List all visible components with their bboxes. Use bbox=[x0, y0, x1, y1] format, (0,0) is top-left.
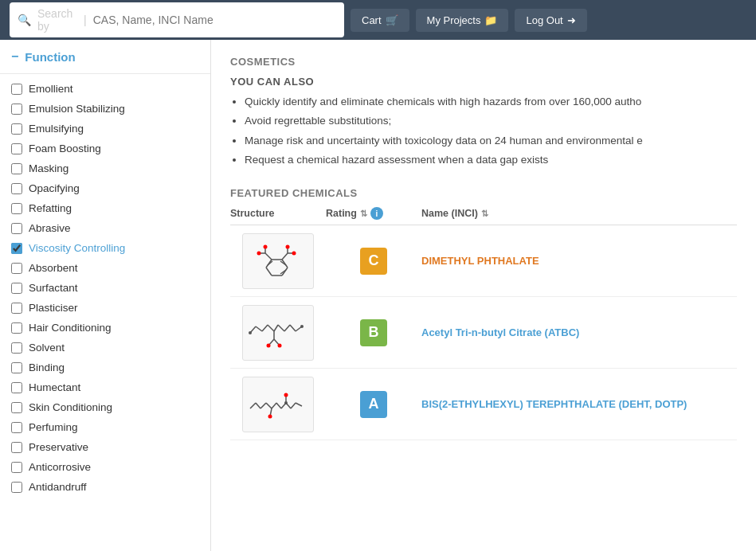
checkbox-viscosity-controlling[interactable] bbox=[11, 243, 22, 254]
filter-item-emulsion-stabilizing[interactable]: Emulsion Stabilizing bbox=[0, 99, 210, 119]
rating-dimethyl-phthalate: C bbox=[326, 248, 421, 275]
name-header-label: Name (INCI) bbox=[421, 208, 478, 219]
svg-point-32 bbox=[278, 343, 282, 347]
checkbox-abrasive[interactable] bbox=[11, 223, 22, 234]
rating-info-icon[interactable]: i bbox=[370, 207, 383, 220]
filter-item-preservative[interactable]: Preservative bbox=[0, 437, 210, 457]
svg-line-39 bbox=[272, 403, 276, 408]
svg-line-26 bbox=[290, 325, 296, 331]
cart-icon: 🛒 bbox=[386, 14, 398, 26]
svg-line-22 bbox=[268, 325, 274, 331]
checkbox-preservative[interactable] bbox=[11, 442, 22, 453]
checkbox-absorbent[interactable] bbox=[11, 263, 22, 274]
filter-item-absorbent[interactable]: Absorbent bbox=[0, 258, 210, 278]
rating-bis-2-ethylhexyl-terephthalate: A bbox=[326, 391, 421, 418]
filter-label-plasticiser: Plasticiser bbox=[29, 302, 78, 314]
search-box[interactable]: 🔍 Search by | bbox=[10, 2, 344, 37]
filter-item-foam-boosting[interactable]: Foam Boosting bbox=[0, 139, 210, 158]
checkbox-antidandruff[interactable] bbox=[11, 482, 22, 493]
bullet-list: Quickly identify and eliminate chemicals… bbox=[230, 94, 737, 168]
svg-line-37 bbox=[260, 403, 266, 408]
chem-name-bis-2-ethylhexyl-terephthalate[interactable]: BIS(2-ETHYLHEXYL) TEREPHTHALATE (DEHT, D… bbox=[421, 398, 737, 410]
svg-line-20 bbox=[256, 326, 262, 331]
checkbox-solvent[interactable] bbox=[11, 342, 22, 354]
logout-button[interactable]: Log Out ➜ bbox=[515, 9, 586, 32]
chemical-row-dimethyl-phthalate[interactable]: C DIMETHYL PHTHALATE bbox=[230, 225, 737, 297]
svg-line-44 bbox=[296, 403, 302, 406]
filter-item-emulsifying[interactable]: Emulsifying bbox=[0, 119, 210, 139]
checkbox-refatting[interactable] bbox=[11, 203, 22, 214]
my-projects-button[interactable]: My Projects 📁 bbox=[416, 9, 509, 32]
svg-line-9 bbox=[282, 253, 288, 260]
filter-label-binding: Binding bbox=[29, 361, 65, 373]
svg-point-49 bbox=[284, 393, 288, 397]
checkbox-hair-conditioning[interactable] bbox=[11, 322, 22, 334]
filter-item-refatting[interactable]: Refatting bbox=[0, 198, 210, 218]
checkbox-binding[interactable] bbox=[11, 362, 22, 373]
checkbox-emulsion-stabilizing[interactable] bbox=[11, 104, 22, 115]
filter-item-surfactant[interactable]: Surfactant bbox=[0, 278, 210, 298]
filter-item-masking[interactable]: Masking bbox=[0, 158, 210, 178]
svg-line-35 bbox=[250, 403, 256, 408]
svg-point-15 bbox=[286, 244, 290, 248]
chemical-row-bis-2-ethylhexyl-terephthalate[interactable]: A BIS(2-ETHYLHEXYL) TEREPHTHALATE (DEHT,… bbox=[230, 369, 737, 440]
checkbox-masking[interactable] bbox=[11, 163, 22, 174]
function-header[interactable]: − Function bbox=[0, 40, 210, 74]
sort-icon[interactable]: ⇅ bbox=[360, 209, 367, 219]
svg-line-25 bbox=[284, 325, 290, 331]
filter-item-binding[interactable]: Binding bbox=[0, 358, 210, 377]
you-can-also-section: YOU CAN ALSO Quickly identify and elimin… bbox=[230, 76, 737, 168]
filter-item-skin-conditioning[interactable]: Skin Conditioning bbox=[0, 397, 210, 417]
checkbox-foam-boosting[interactable] bbox=[11, 143, 22, 154]
svg-line-38 bbox=[266, 403, 272, 408]
structure-box-bis-2-ethylhexyl-terephthalate bbox=[242, 377, 314, 432]
my-projects-label: My Projects bbox=[427, 14, 481, 26]
checkbox-emulsifying[interactable] bbox=[11, 123, 22, 135]
svg-point-17 bbox=[292, 251, 296, 255]
filter-item-hair-conditioning[interactable]: Hair Conditioning bbox=[0, 318, 210, 338]
chem-name-dimethyl-phthalate[interactable]: DIMETHYL PHTHALATE bbox=[421, 255, 737, 267]
checkbox-humectant[interactable] bbox=[11, 382, 22, 393]
checkbox-opacifying[interactable] bbox=[11, 183, 22, 194]
main-content: COSMETICS YOU CAN ALSO Quickly identify … bbox=[211, 40, 756, 551]
filter-item-antidandruff[interactable]: Antidandruff bbox=[0, 477, 210, 497]
checkbox-anticorrosive[interactable] bbox=[11, 462, 22, 473]
filter-item-solvent[interactable]: Solvent bbox=[0, 338, 210, 358]
checkbox-surfactant[interactable] bbox=[11, 283, 22, 294]
filter-label-emollient: Emollient bbox=[29, 83, 73, 95]
filter-item-perfuming[interactable]: Perfuming bbox=[0, 417, 210, 437]
cart-button[interactable]: Cart 🛒 bbox=[351, 9, 409, 32]
col-name-header: Name (INCI) ⇅ bbox=[421, 208, 737, 219]
table-header: Structure Rating ⇅ i Name (INCI) ⇅ bbox=[230, 207, 737, 225]
sidebar: − Function EmollientEmulsion Stabilizing… bbox=[0, 40, 211, 551]
filter-item-opacifying[interactable]: Opacifying bbox=[0, 178, 210, 198]
svg-line-12 bbox=[265, 253, 272, 260]
filter-item-anticorrosive[interactable]: Anticorrosive bbox=[0, 457, 210, 477]
svg-point-34 bbox=[300, 325, 304, 328]
filter-label-skin-conditioning: Skin Conditioning bbox=[29, 401, 112, 413]
filter-item-emollient[interactable]: Emollient bbox=[0, 79, 210, 99]
search-separator: | bbox=[84, 14, 87, 26]
filter-label-viscosity-controlling: Viscosity Controlling bbox=[29, 242, 125, 254]
filter-item-humectant[interactable]: Humectant bbox=[0, 377, 210, 397]
sidebar-title: Function bbox=[25, 50, 75, 64]
checkbox-skin-conditioning[interactable] bbox=[11, 402, 22, 413]
checkbox-perfuming[interactable] bbox=[11, 422, 22, 433]
logout-label: Log Out bbox=[526, 14, 562, 26]
name-sort-icon[interactable]: ⇅ bbox=[481, 209, 488, 219]
folder-icon: 📁 bbox=[484, 14, 497, 26]
rating-acetyl-tri-n-butyl-citrate: B bbox=[326, 319, 421, 346]
filter-item-abrasive[interactable]: Abrasive bbox=[0, 218, 210, 238]
checkbox-plasticiser[interactable] bbox=[11, 303, 22, 314]
filter-item-viscosity-controlling[interactable]: Viscosity Controlling bbox=[0, 238, 210, 258]
chem-name-acetyl-tri-n-butyl-citrate[interactable]: Acetyl Tri-n-butyl Citrate (ATBC) bbox=[421, 326, 737, 338]
filter-label-perfuming: Perfuming bbox=[29, 421, 78, 433]
col-rating-header: Rating ⇅ i bbox=[326, 207, 421, 220]
rating-badge-acetyl-tri-n-butyl-citrate: B bbox=[360, 319, 387, 346]
chemical-row-acetyl-tri-n-butyl-citrate[interactable]: B Acetyl Tri-n-butyl Citrate (ATBC) bbox=[230, 297, 737, 369]
search-input[interactable] bbox=[93, 14, 336, 26]
checkbox-emollient[interactable] bbox=[11, 84, 22, 95]
filter-item-plasticiser[interactable]: Plasticiser bbox=[0, 298, 210, 318]
svg-line-5 bbox=[266, 268, 272, 276]
structure-box-acetyl-tri-n-butyl-citrate bbox=[242, 305, 314, 361]
